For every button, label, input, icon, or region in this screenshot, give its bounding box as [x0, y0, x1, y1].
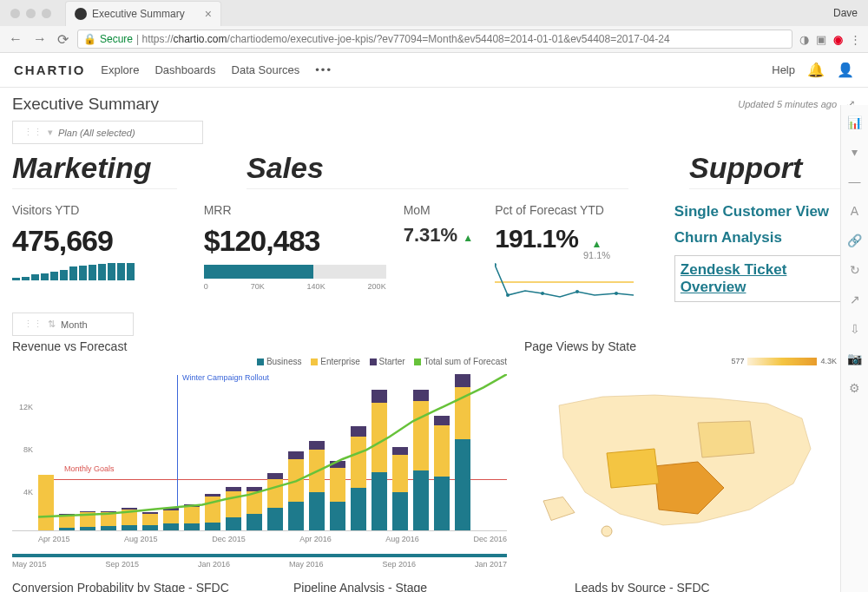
timeline-brush[interactable]: May 2015 Sep 2015 Jan 2016 May 2016 Sep …: [12, 554, 507, 569]
text-icon[interactable]: A: [851, 204, 858, 218]
nav-more-icon[interactable]: •••: [315, 63, 332, 76]
chart-icon[interactable]: 📊: [847, 115, 862, 129]
y-tick: 8K: [23, 445, 33, 454]
profile-name[interactable]: Dave: [833, 7, 868, 19]
address-bar: ← → ⟳ 🔒 Secure | https:// chartio.com /c…: [0, 26, 868, 52]
section-headings: Marketing Sales Support: [0, 151, 868, 189]
x-tick: Dec 2015: [212, 535, 246, 543]
tick: Sep 2016: [382, 560, 416, 569]
right-toolbar: 📊 ▾ — A 🔗 ↻ ↗ ⇩ 📷 ⚙: [840, 105, 868, 592]
gear-icon[interactable]: ⚙: [849, 381, 860, 395]
tab-bar: Executive Summary × Dave: [0, 0, 868, 26]
filter-month-label: Month: [61, 319, 88, 330]
kpi-mom-pct: 7.31%: [404, 224, 457, 246]
url-input[interactable]: 🔒 Secure | https:// chartio.com /chartio…: [77, 30, 792, 49]
y-tick: 4K: [23, 488, 33, 497]
chart-title-conversion: Conversion Probability by Stage - SFDC: [12, 581, 273, 592]
slider-icon: ⇅: [48, 319, 56, 330]
nav-data-sources[interactable]: Data Sources: [232, 63, 300, 76]
browser-menu-icon[interactable]: ⋮: [850, 33, 861, 46]
tab-title: Executive Summary: [92, 8, 185, 20]
legend-min: 577: [731, 357, 744, 365]
tick: 140K: [307, 282, 326, 291]
legend-item: Business: [266, 357, 302, 366]
mrr-progress-bar: [204, 265, 386, 279]
tick: May 2016: [289, 560, 324, 569]
link-single-customer-view[interactable]: Single Customer View: [674, 203, 856, 220]
maximize-window-icon[interactable]: [42, 9, 51, 18]
bell-icon[interactable]: 🔔: [807, 62, 825, 78]
url-path: /chartiodemo/executive-joe-kpis/?ev77094…: [227, 33, 670, 45]
arrow-up-icon: ▲: [592, 238, 602, 250]
svg-point-1: [506, 293, 510, 297]
refresh-icon[interactable]: ↻: [850, 263, 860, 277]
pinterest-icon[interactable]: ◉: [833, 33, 843, 46]
forward-button[interactable]: →: [31, 31, 49, 47]
bars-area: [38, 374, 507, 530]
mrr-ticks: 0 70K 140K 200K: [204, 282, 386, 291]
gradient-bar: [747, 358, 817, 365]
kpi-forecast-label: Pct of Forecast YTD: [495, 203, 652, 217]
chart-revenue-vs-forecast: Revenue vs Forecast Business Enterprise …: [12, 339, 507, 547]
x-tick: Apr 2016: [299, 535, 332, 543]
camera-icon[interactable]: 📷: [847, 352, 862, 365]
minus-icon[interactable]: —: [849, 174, 861, 188]
share-icon[interactable]: ↗: [850, 293, 860, 306]
x-axis: Apr 2015 Aug 2015 Dec 2015 Apr 2016 Aug …: [12, 535, 507, 543]
logo[interactable]: CHARTIO: [14, 62, 85, 77]
back-button[interactable]: ←: [7, 31, 24, 47]
kpi-visitors-label: Visitors YTD: [12, 203, 169, 217]
section-support: Support: [689, 151, 854, 189]
link-churn-analysis[interactable]: Churn Analysis: [674, 229, 856, 247]
support-links: Single Customer View Churn Analysis Zend…: [674, 203, 856, 304]
favicon-icon: [75, 8, 87, 20]
extension-icon[interactable]: ▣: [816, 33, 826, 46]
secure-label: Secure: [100, 33, 133, 45]
nav-explore[interactable]: Explore: [101, 63, 139, 76]
y-tick: 12K: [19, 403, 33, 411]
filter-plan[interactable]: ⋮⋮ ▾ Plan (All selected): [12, 121, 203, 144]
charts-row: Revenue vs Forecast Business Enterprise …: [0, 339, 868, 547]
lock-icon: 🔒: [83, 33, 96, 45]
window-controls[interactable]: [7, 9, 60, 18]
user-icon[interactable]: 👤: [837, 62, 854, 78]
download-icon[interactable]: ⇩: [850, 322, 860, 336]
kpi-row: Visitors YTD 475,669 MRR $120,483 0 70K …: [0, 189, 868, 312]
nav-dashboards[interactable]: Dashboards: [155, 63, 215, 76]
x-tick: Aug 2016: [385, 535, 419, 543]
url-prefix: https://: [141, 33, 173, 45]
link-zendesk-overview[interactable]: Zendesk Ticket Overview: [674, 255, 856, 302]
kpi-mom: MoM 7.31% ▲: [404, 203, 478, 304]
browser-tab[interactable]: Executive Summary ×: [65, 1, 221, 26]
filter-month[interactable]: ⋮⋮ ⇅ Month: [12, 312, 134, 336]
mrr-progress-fill: [204, 265, 313, 279]
filter-icon[interactable]: ▾: [852, 145, 858, 159]
drag-handle-icon[interactable]: ⋮⋮: [23, 127, 43, 138]
legend-item: Total sum of Forecast: [424, 357, 507, 366]
chart-title-pipeline: Pipeline Analysis - Stage: [293, 581, 554, 592]
nav-help[interactable]: Help: [772, 63, 795, 76]
kpi-mom-label: MoM: [404, 203, 478, 217]
kpi-mrr: MRR $120,483 0 70K 140K 200K: [204, 203, 386, 304]
tick: Sep 2015: [105, 560, 139, 569]
kpi-forecast: Pct of Forecast YTD 191.1% ▲ 91.1%: [495, 203, 652, 304]
browser-chrome: Executive Summary × Dave ← → ⟳ 🔒 Secure …: [0, 0, 868, 53]
link-icon[interactable]: 🔗: [847, 234, 862, 247]
reload-button[interactable]: ⟳: [56, 31, 70, 48]
kpi-forecast-sub: 91.1%: [583, 250, 610, 260]
svg-point-3: [575, 290, 579, 293]
dashboard-header: Executive Summary Updated 5 minutes ago …: [0, 88, 868, 121]
us-map[interactable]: [524, 371, 837, 544]
minimize-window-icon[interactable]: [26, 9, 36, 18]
close-window-icon[interactable]: [10, 9, 20, 18]
svg-point-0: [495, 263, 496, 266]
drag-handle-icon[interactable]: ⋮⋮: [23, 319, 43, 330]
kpi-mrr-label: MRR: [204, 203, 386, 217]
tick: May 2015: [12, 560, 47, 569]
extension-icon[interactable]: ◑: [799, 33, 809, 46]
legend-max: 4.3K: [820, 357, 837, 365]
visitors-sparkline: [12, 263, 169, 280]
legend-item: Enterprise: [320, 357, 360, 366]
tab-close-icon[interactable]: ×: [205, 7, 212, 21]
chart-title-leads: Leads by Source - SFDC: [575, 581, 835, 592]
